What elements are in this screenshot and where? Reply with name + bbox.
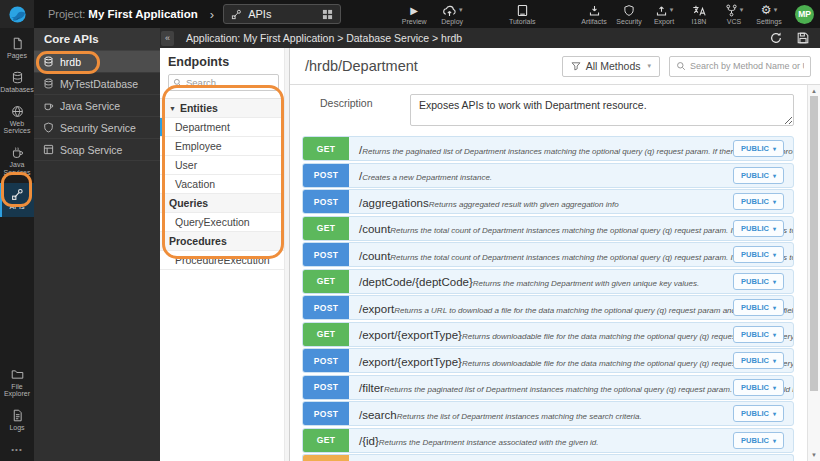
- user-avatar[interactable]: MP: [795, 5, 814, 24]
- api-row[interactable]: POST /exportReturns a URL to download a …: [302, 295, 794, 320]
- core-item-hrdb[interactable]: hrdb: [34, 51, 160, 73]
- rail-item-file-explorer[interactable]: File Explorer: [0, 363, 34, 405]
- api-row[interactable]: POST /searchReturns the list of Departme…: [302, 401, 794, 426]
- access-dropdown[interactable]: PUBLIC▾: [733, 299, 784, 316]
- artifacts-button[interactable]: Artifacts: [579, 3, 609, 25]
- api-row[interactable]: POST /aggregationsReturns aggregated res…: [302, 189, 794, 214]
- endpoints-scroll-gutter[interactable]: [284, 48, 289, 461]
- tab-label: APIs: [248, 8, 271, 20]
- api-row[interactable]: GET /deptCode/{deptCode}Returns the matc…: [302, 269, 794, 294]
- core-item-mytestdatabase[interactable]: MyTestDatabase: [34, 73, 160, 95]
- wavemaker-logo[interactable]: [0, 0, 34, 28]
- collapse-panel-button[interactable]: «: [161, 31, 174, 46]
- api-path: /{id}: [359, 435, 379, 447]
- grid-icon[interactable]: [322, 9, 333, 20]
- rail-item-pages[interactable]: Pages: [0, 32, 34, 66]
- i18n-button[interactable]: I18N: [684, 3, 714, 25]
- apis-workspace-tab[interactable]: APIs: [223, 4, 341, 24]
- tree-item-employee[interactable]: Employee: [160, 137, 289, 156]
- access-dropdown[interactable]: PUBLIC▾: [733, 405, 784, 422]
- api-row[interactable]: GET /countReturns the total count of Dep…: [302, 216, 794, 241]
- tree-item-vacation[interactable]: Vacation: [160, 175, 289, 194]
- api-row[interactable]: GET /Returns the paginated list of Depar…: [302, 136, 794, 161]
- access-dropdown[interactable]: PUBLIC▾: [733, 167, 784, 184]
- access-value: PUBLIC: [741, 144, 769, 153]
- security-button[interactable]: Security: [614, 3, 644, 25]
- access-dropdown[interactable]: PUBLIC▾: [733, 220, 784, 237]
- access-dropdown[interactable]: PUBLIC▾: [733, 326, 784, 343]
- search-icon: [676, 61, 686, 71]
- globe-icon: [11, 105, 24, 118]
- caret-down-icon: ▾: [773, 198, 776, 205]
- methods-filter-dropdown[interactable]: All Methods ▾: [562, 56, 660, 77]
- vertical-scrollbar[interactable]: ▲ ▼: [807, 85, 820, 461]
- settings-button[interactable]: ⚙ ▾ Settings: [754, 3, 784, 25]
- refresh-icon[interactable]: [769, 31, 783, 45]
- coffee-icon: [43, 100, 54, 111]
- scroll-down-icon[interactable]: ▼: [808, 450, 820, 460]
- tree-group-entities[interactable]: ▼ Entities: [160, 99, 289, 118]
- core-item-soap-service[interactable]: Soap Service: [34, 139, 160, 161]
- preview-button[interactable]: ▶ Preview: [399, 3, 429, 25]
- rail-item-web-services[interactable]: Web Services: [0, 100, 34, 142]
- vcs-button[interactable]: ▾ VCS: [719, 3, 749, 25]
- access-dropdown[interactable]: PUBLIC▾: [733, 379, 784, 396]
- access-value: PUBLIC: [741, 250, 769, 259]
- api-description: Returns the matching Department with giv…: [473, 279, 699, 288]
- save-icon[interactable]: [796, 31, 810, 45]
- rail-spacer: [0, 217, 34, 363]
- description-row: Description Exposes APIs to work with De…: [290, 94, 807, 136]
- more-options-icon[interactable]: •••: [0, 438, 34, 461]
- access-dropdown[interactable]: PUBLIC▾: [733, 246, 784, 263]
- access-dropdown[interactable]: PUBLIC▾: [733, 193, 784, 210]
- core-item-java-service[interactable]: Java Service: [34, 95, 160, 117]
- api-description: Creates a new Department instance.: [362, 173, 492, 182]
- tree-item-queryexecution[interactable]: QueryExecution: [160, 213, 289, 232]
- deploy-button[interactable]: ▾ Deploy: [437, 3, 467, 25]
- access-dropdown[interactable]: PUBLIC▾: [733, 140, 784, 157]
- method-search-input[interactable]: [690, 61, 804, 71]
- core-item-security-service[interactable]: Security Service: [34, 117, 160, 139]
- tree-group-procedures[interactable]: Procedures: [160, 232, 289, 251]
- database-icon: [11, 71, 24, 84]
- scrollbar-thumb[interactable]: [810, 96, 818, 391]
- api-icon: [11, 188, 24, 201]
- caret-down-icon: ▾: [773, 437, 776, 444]
- tree-item-user[interactable]: User: [160, 156, 289, 175]
- tree-item-procedureexecution[interactable]: ProcedureExecution: [160, 251, 289, 270]
- api-row-partial[interactable]: PUT: [302, 454, 794, 461]
- api-row[interactable]: GET /export/{exportType}Returns download…: [302, 322, 794, 347]
- tree-group-queries[interactable]: Queries: [160, 194, 289, 213]
- rail-item-java-services[interactable]: Java Services: [0, 141, 34, 183]
- access-dropdown[interactable]: PUBLIC▾: [733, 273, 784, 290]
- api-row[interactable]: GET /{id}Returns the Department instance…: [302, 428, 794, 453]
- method-badge: POST: [303, 190, 349, 213]
- tree-item-label: Employee: [175, 140, 222, 152]
- endpoints-search[interactable]: [168, 74, 279, 91]
- rail-item-logs[interactable]: Logs: [0, 404, 34, 438]
- api-path: /filter: [359, 382, 384, 394]
- caret-down-icon: ▾: [773, 145, 776, 152]
- coffee-icon: [11, 146, 24, 159]
- access-dropdown[interactable]: PUBLIC▾: [733, 432, 784, 449]
- download-icon: [588, 4, 601, 17]
- rail-item-databases[interactable]: Databases: [0, 66, 34, 100]
- access-dropdown[interactable]: PUBLIC▾: [733, 352, 784, 369]
- endpoints-search-input[interactable]: [186, 77, 274, 88]
- rail-item-apis[interactable]: APIs: [0, 183, 34, 217]
- api-row[interactable]: POST /filterReturns the paginated list o…: [302, 375, 794, 400]
- tree-item-department[interactable]: Department: [160, 118, 289, 137]
- tutorials-button[interactable]: Tutorials: [507, 3, 537, 25]
- api-row[interactable]: POST /countReturns the total count of De…: [302, 242, 794, 267]
- api-row[interactable]: POST /export/{exportType}Returns downloa…: [302, 348, 794, 373]
- rail-label: File Explorer: [0, 383, 34, 399]
- description-textarea[interactable]: Exposes APIs to work with Department res…: [410, 94, 794, 126]
- scroll-up-icon[interactable]: ▲: [808, 86, 820, 96]
- method-search[interactable]: [669, 56, 811, 77]
- api-path: /count: [359, 250, 390, 262]
- api-row[interactable]: POST /Creates a new Department instance.…: [302, 163, 794, 188]
- export-button[interactable]: ▾ Export: [649, 3, 679, 25]
- action-label: I18N: [692, 18, 707, 25]
- method-badge: GET: [303, 323, 349, 346]
- access-value: PUBLIC: [741, 277, 769, 286]
